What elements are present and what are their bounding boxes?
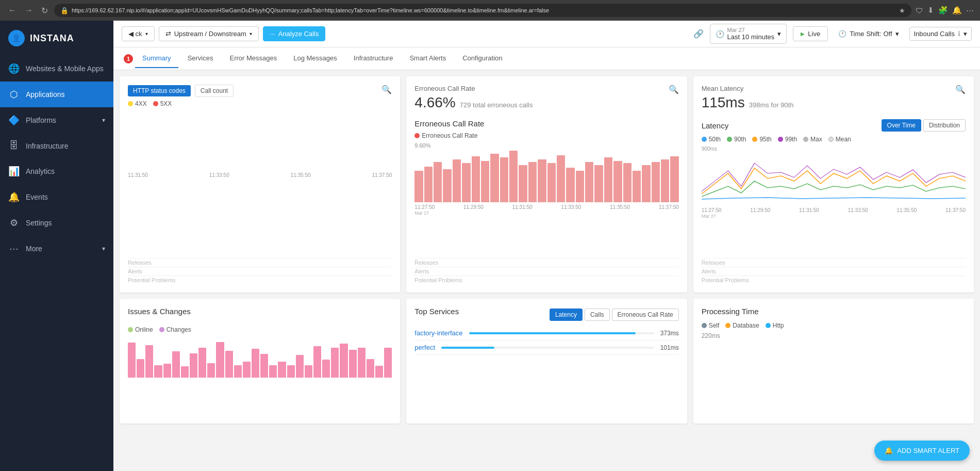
platforms-icon: 🔷	[8, 115, 20, 126]
zoom-icon-erroneous[interactable]: 🔍	[669, 85, 679, 94]
erroneous-bar	[434, 162, 442, 202]
over-time-button[interactable]: Over Time	[882, 119, 921, 132]
time-range-selector[interactable]: 🕐 Mar 27 Last 10 minutes ▾	[710, 24, 787, 44]
infrastructure-icon: 🗄	[8, 140, 20, 151]
link-icon[interactable]: 🔗	[693, 29, 704, 39]
issues-bar	[331, 348, 339, 378]
lat-x2: 11:31:50	[799, 207, 819, 219]
tab-services[interactable]: Services	[180, 49, 221, 68]
url-bar[interactable]: 🔒 https://169.62.62.167.nip.io/#/applica…	[54, 4, 911, 17]
forward-button[interactable]: →	[23, 4, 35, 17]
sidebar-item-events[interactable]: 🔔 Events	[0, 184, 113, 210]
extension-icon-5[interactable]: ⋯	[966, 6, 974, 15]
http-x1: 11:31:50	[128, 172, 148, 178]
mean-dot	[828, 137, 834, 142]
erroneous-header: Erroneous Call Rate 4.66% 729 total erro…	[414, 85, 678, 111]
distribution-button[interactable]: Distribution	[923, 119, 966, 132]
http-dot	[766, 323, 771, 328]
erroneous-bar	[424, 167, 433, 202]
service-bar-fill-perfect	[441, 347, 494, 349]
top-toolbar: ◀ ck ▾ ⇄ Upstream / Downstream ▾ ··· Ana…	[113, 21, 980, 47]
http-bar-column	[283, 170, 292, 170]
tab-smart-alerts[interactable]: Smart Alerts	[402, 49, 453, 68]
refresh-button[interactable]: ↻	[39, 4, 50, 18]
50th-dot	[702, 137, 707, 142]
issues-bar	[216, 342, 224, 378]
latency-tab-button[interactable]: Latency	[550, 308, 583, 321]
err-x0: 11:27:50Mar 27	[414, 204, 435, 216]
issues-bar	[278, 362, 286, 378]
sidebar-label-more: More	[26, 245, 42, 253]
browser-actions: 🛡 ⬇ 🧩 🔔 ⋯	[916, 6, 974, 15]
http-bar-column	[205, 170, 215, 170]
add-smart-alert-button[interactable]: 🔔 ADD SMART ALERT	[874, 441, 970, 461]
analyze-calls-button[interactable]: ··· Analyze Calls	[263, 26, 326, 41]
erroneous-legend: Erroneous Call Rate	[414, 132, 678, 139]
back-button[interactable]: ←	[6, 4, 19, 17]
time-date: Mar 27	[727, 27, 775, 33]
calls-tab-button[interactable]: Calls	[585, 308, 610, 321]
call-count-button[interactable]: Call count	[195, 85, 234, 97]
sidebar-label-events: Events	[26, 193, 48, 201]
sidebar-item-settings[interactable]: ⚙ Settings	[0, 210, 113, 236]
service-name-factory[interactable]: factory-interface	[414, 329, 462, 337]
service-name-perfect[interactable]: perfect	[414, 344, 435, 351]
back-nav-button[interactable]: ◀ ck ▾	[122, 26, 155, 41]
issues-bar	[322, 360, 330, 378]
timeshift-button[interactable]: 🕐 Time Shift: Off ▾	[834, 27, 903, 40]
more-chevron: ▾	[102, 245, 105, 252]
processing-bar-column	[911, 373, 921, 375]
extension-icon-1[interactable]: 🛡	[916, 6, 923, 15]
sidebar-item-applications[interactable]: ⬡ Applications	[0, 82, 113, 107]
toolbar-right: 🔗 🕐 Mar 27 Last 10 minutes ▾ ▶ Live 🕐 Ti…	[693, 24, 972, 44]
live-button[interactable]: ▶ Live	[793, 26, 828, 41]
issues-bar	[137, 359, 144, 378]
erroneous-bar-chart	[414, 151, 678, 202]
zoom-icon-latency[interactable]: 🔍	[955, 85, 966, 94]
issues-title: Issues & Changes	[128, 307, 191, 316]
inbound-calls-button[interactable]: Inbound Calls ℹ ▾	[909, 27, 972, 41]
latency-releases: Releases Alerts Potential Problems	[702, 258, 966, 284]
http-bar-column	[238, 170, 248, 170]
sidebar-item-websites[interactable]: 🌐 Websites & Mobile Apps	[0, 56, 113, 82]
logo-text: INSTANA	[30, 33, 74, 44]
tab-error-messages[interactable]: Error Messages	[222, 49, 284, 68]
err-call-rate-tab-button[interactable]: Erroneous Call Rate	[612, 308, 679, 321]
issues-bar	[252, 349, 259, 378]
http-bar-column	[349, 170, 359, 170]
99th-label: 99th	[785, 136, 797, 143]
http-bar-column	[139, 170, 148, 170]
issues-legend: Online Changes	[128, 326, 392, 333]
http-status-badge[interactable]: HTTP status codes	[128, 85, 191, 96]
latency-line-chart	[702, 153, 966, 204]
sidebar-item-more[interactable]: ⋯ More ▾	[0, 236, 113, 262]
sidebar-item-infrastructure[interactable]: 🗄 Infrastructure	[0, 133, 113, 158]
http-bar-column	[382, 170, 392, 170]
latency-legend: 50th 90th 95th 99th	[702, 136, 966, 143]
sidebar-item-analytics[interactable]: 📊 Analytics	[0, 158, 113, 184]
tab-summary[interactable]: Summary	[135, 49, 178, 68]
upstream-downstream-button[interactable]: ⇄ Upstream / Downstream ▾	[159, 26, 259, 41]
issues-bar	[181, 366, 189, 378]
extension-icon-3[interactable]: 🧩	[938, 6, 948, 15]
processing-bar-column	[889, 373, 899, 375]
erroneous-chart-body: Erroneous Call Rate Erroneous Call Rate …	[414, 119, 678, 254]
http-xaxis: 11:31:50 11:33:50 11:35:50 11:37:50	[128, 172, 392, 178]
more-icon: ⋯	[8, 243, 20, 254]
processing-bar-column	[867, 373, 877, 375]
lat-x0: 11:27:50Mar 27	[702, 207, 722, 219]
service-bar-factory	[469, 332, 654, 334]
tab-configuration[interactable]: Configuration	[455, 49, 509, 68]
zoom-icon-call-rate[interactable]: 🔍	[381, 85, 392, 94]
tab-log-messages[interactable]: Log Messages	[286, 49, 344, 68]
extension-icon-4[interactable]: 🔔	[952, 6, 962, 15]
http-bar-column	[305, 170, 314, 170]
legend-99th: 99th	[778, 136, 797, 143]
extension-icon-2[interactable]: ⬇	[927, 6, 934, 15]
processing-time-card: Processing Time Self Database Http	[693, 299, 974, 423]
processing-bar-column	[757, 373, 767, 375]
latency-title-area: Mean Latency 115ms 398ms for 90th	[702, 85, 794, 111]
sidebar-item-platforms[interactable]: 🔷 Platforms ▾	[0, 107, 113, 133]
live-label: Live	[808, 30, 820, 38]
tab-infrastructure[interactable]: Infrastructure	[346, 49, 401, 68]
